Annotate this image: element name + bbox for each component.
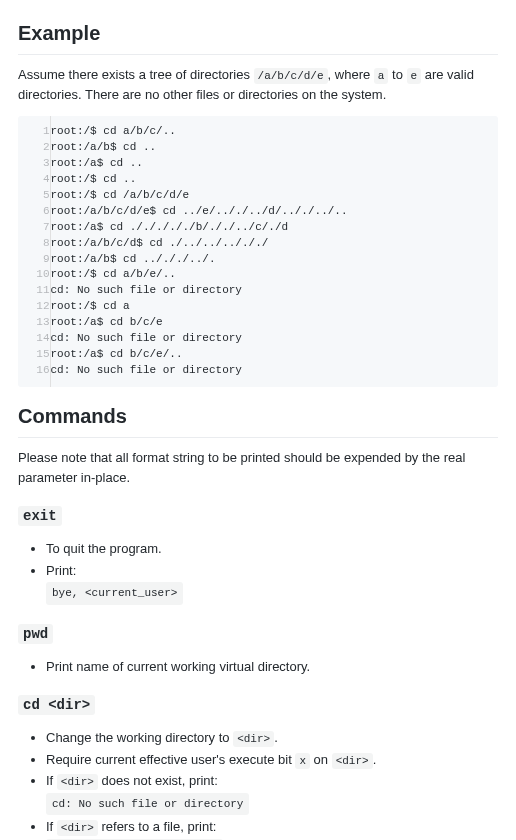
- code-line: root:/a/b/c/d/e$ cd ../e/.././../d/.././…: [50, 204, 498, 220]
- line-number: 8: [18, 236, 50, 252]
- code-line: root:/a$ cd ..: [50, 156, 498, 172]
- line-number: 10: [18, 267, 50, 283]
- line-number: 13: [18, 315, 50, 331]
- code-line: root:/a$ cd b/c/e/..: [50, 347, 498, 363]
- line-number: 16: [18, 363, 50, 387]
- commands-heading: Commands: [18, 401, 498, 438]
- inline-code: <dir>: [332, 753, 373, 769]
- list-item: Print name of current working virtual di…: [46, 657, 498, 677]
- command-name: exit: [18, 506, 62, 526]
- text: to: [388, 67, 406, 82]
- inline-code: a: [374, 68, 389, 84]
- code-line: root:/a/b$ cd ..: [50, 140, 498, 156]
- output-code: cd: No such file or directory: [46, 793, 249, 816]
- text: .: [373, 752, 377, 767]
- inline-code: <dir>: [233, 731, 274, 747]
- line-number: 15: [18, 347, 50, 363]
- cd-list: Change the working directory to <dir>. R…: [18, 728, 498, 840]
- example-heading: Example: [18, 18, 498, 55]
- line-number: 11: [18, 283, 50, 299]
- code-line: cd: No such file or directory: [50, 331, 498, 347]
- line-number: 3: [18, 156, 50, 172]
- list-item: If <dir> refers to a file, print: cd: De…: [46, 817, 498, 840]
- list-item: To quit the program.: [46, 539, 498, 559]
- code-line: root:/a/b/c/d$ cd ./../../../././: [50, 236, 498, 252]
- text: on: [310, 752, 332, 767]
- code-line: root:/$ cd ..: [50, 172, 498, 188]
- code-block: 1root:/$ cd a/b/c/..2root:/a/b$ cd ..3ro…: [18, 116, 498, 387]
- inline-code: e: [407, 68, 422, 84]
- line-number: 1: [18, 116, 50, 140]
- code-line: cd: No such file or directory: [50, 283, 498, 299]
- command-name: pwd: [18, 624, 53, 644]
- code-line: cd: No such file or directory: [50, 363, 498, 387]
- text: Change the working directory to: [46, 730, 233, 745]
- text: , where: [328, 67, 374, 82]
- code-line: root:/a/b$ cd ../././../.: [50, 252, 498, 268]
- pwd-list: Print name of current working virtual di…: [18, 657, 498, 677]
- text: Assume there exists a tree of directorie…: [18, 67, 254, 82]
- text: If: [46, 773, 57, 788]
- text: Print:: [46, 563, 76, 578]
- code-line: root:/a$ cd b/c/e: [50, 315, 498, 331]
- exit-heading: exit: [18, 503, 498, 527]
- line-number: 5: [18, 188, 50, 204]
- inline-code: <dir>: [57, 820, 98, 836]
- list-item: Change the working directory to <dir>.: [46, 728, 498, 748]
- list-item: Require current effective user's execute…: [46, 750, 498, 770]
- line-number: 12: [18, 299, 50, 315]
- code-line: root:/$ cd /a/b/c/d/e: [50, 188, 498, 204]
- command-name: cd <dir>: [18, 695, 95, 715]
- code-line: root:/a$ cd ./././././b/././../c/./d: [50, 220, 498, 236]
- line-number: 4: [18, 172, 50, 188]
- commands-note: Please note that all format string to be…: [18, 448, 498, 487]
- line-number: 9: [18, 252, 50, 268]
- text: refers to a file, print:: [98, 819, 217, 834]
- code-line: root:/$ cd a/b/c/..: [50, 116, 498, 140]
- code-line: root:/$ cd a/b/e/..: [50, 267, 498, 283]
- pwd-heading: pwd: [18, 621, 498, 645]
- line-number: 2: [18, 140, 50, 156]
- inline-code: <dir>: [57, 774, 98, 790]
- example-intro: Assume there exists a tree of directorie…: [18, 65, 498, 104]
- cd-heading: cd <dir>: [18, 692, 498, 716]
- text: .: [274, 730, 278, 745]
- exit-list: To quit the program. Print: bye, <curren…: [18, 539, 498, 605]
- text: If: [46, 819, 57, 834]
- line-number: 14: [18, 331, 50, 347]
- line-number: 6: [18, 204, 50, 220]
- text: does not exist, print:: [98, 773, 218, 788]
- text: Require current effective user's execute…: [46, 752, 295, 767]
- list-item: If <dir> does not exist, print: cd: No s…: [46, 771, 498, 815]
- inline-code: /a/b/c/d/e: [254, 68, 328, 84]
- line-number: 7: [18, 220, 50, 236]
- inline-code: x: [295, 753, 310, 769]
- code-line: root:/$ cd a: [50, 299, 498, 315]
- output-code: bye, <current_user>: [46, 582, 183, 605]
- list-item: Print: bye, <current_user>: [46, 561, 498, 605]
